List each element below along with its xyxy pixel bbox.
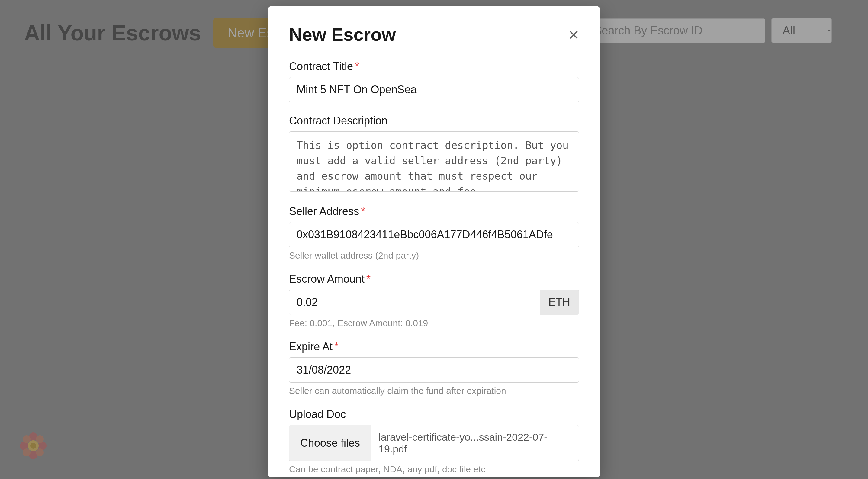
seller-address-label: Seller Address* [289,205,579,218]
escrow-amount-hint: Fee: 0.001, Escrow Amount: 0.019 [289,318,579,328]
expire-at-input[interactable] [289,357,579,383]
seller-address-input[interactable] [289,222,579,247]
expire-at-label: Expire At* [289,340,579,353]
required-marker: * [355,60,359,72]
modal-close-icon-button[interactable]: × [568,26,579,44]
modal-overlay: New Escrow × Contract Title* Contract De… [0,0,868,479]
upload-doc-group: Upload Doc Choose files laravel-certific… [289,408,579,475]
modal-title: New Escrow [289,24,396,45]
file-name-display: laravel-certificate-yo...ssain-2022-07-1… [371,425,579,461]
contract-title-input[interactable] [289,77,579,102]
contract-description-label: Contract Description [289,115,579,127]
seller-address-hint: Seller wallet address (2nd party) [289,250,579,261]
contract-title-label: Contract Title* [289,60,579,73]
required-marker-2: * [361,205,365,218]
file-input-row: Choose files laravel-certificate-yo...ss… [289,425,579,461]
contract-description-textarea[interactable]: This is option contract description. But… [289,131,579,192]
expire-at-hint: Seller can automatically claim the fund … [289,386,579,396]
upload-doc-hint: Can be contract paper, NDA, any pdf, doc… [289,464,579,475]
new-escrow-modal: New Escrow × Contract Title* Contract De… [268,6,600,477]
required-marker-3: * [366,273,371,285]
escrow-amount-input[interactable] [289,290,540,315]
contract-description-group: Contract Description This is option cont… [289,115,579,193]
contract-title-group: Contract Title* [289,60,579,102]
required-marker-4: * [334,340,339,353]
choose-files-button[interactable]: Choose files [289,425,371,461]
escrow-amount-input-wrapper: ETH [289,290,579,315]
expire-at-group: Expire At* Seller can automatically clai… [289,340,579,396]
escrow-amount-group: Escrow Amount* ETH Fee: 0.001, Escrow Am… [289,273,579,328]
modal-header: New Escrow × [289,24,579,45]
escrow-amount-label: Escrow Amount* [289,273,579,285]
seller-address-group: Seller Address* Seller wallet address (2… [289,205,579,261]
upload-doc-label: Upload Doc [289,408,579,421]
eth-suffix: ETH [540,290,579,315]
